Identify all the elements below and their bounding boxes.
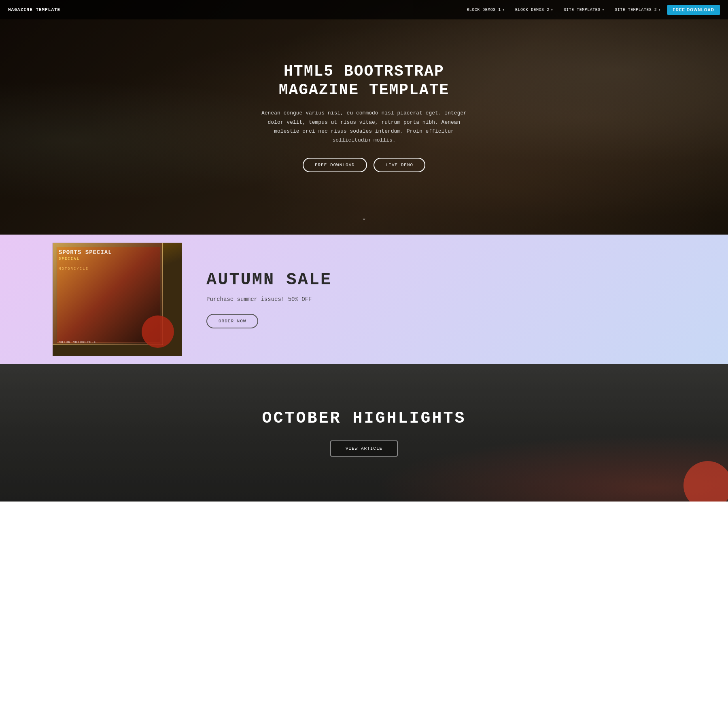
hero-title: HTML5 BOOTRSTRAP MAGAZINE TEMPLATE (259, 62, 469, 99)
hero-buttons: FREE DOWNLOAD LIVE DEMO (259, 158, 469, 172)
october-content: OCTOBER HIGHLIGHTS VIEW ARTICLE (254, 393, 474, 473)
hero-content: HTML5 BOOTRSTRAP MAGAZINE TEMPLATE Aenea… (251, 54, 478, 180)
scroll-down-icon[interactable]: ↓ (361, 212, 367, 222)
magazine-red-circle (142, 315, 174, 348)
october-highlights-section: OCTOBER HIGHLIGHTS VIEW ARTICLE (0, 364, 728, 502)
view-article-button[interactable]: VIEW ARTICLE (330, 440, 398, 457)
magazine-sub-text: MOTORCYCLE (59, 267, 89, 271)
autumn-sale-section: SPORTS SPECIAL SPECIAL MOTORCYCLE MOTOR … (0, 235, 728, 364)
order-now-button[interactable]: ORDER NOW (206, 314, 258, 328)
navbar-links: BLOCK DEMOS 1 ▾ BLOCK DEMOS 2 ▾ SITE TEM… (463, 5, 720, 15)
autumn-magazine-image: SPORTS SPECIAL SPECIAL MOTORCYCLE MOTOR … (53, 243, 182, 356)
nav-link-block-demos-1[interactable]: BLOCK DEMOS 1 ▾ (463, 5, 509, 15)
nav-link-site-templates-2[interactable]: SITE TEMPLATES 2 ▾ (611, 5, 664, 15)
magazine-title-text: SPORTS SPECIAL SPECIAL (59, 249, 112, 262)
nav-link-block-demos-2[interactable]: BLOCK DEMOS 2 ▾ (511, 5, 557, 15)
autumn-sale-title: AUTUMN SALE (206, 270, 704, 290)
hero-description: Aenean congue varius nisi, eu commodo ni… (259, 109, 469, 144)
chevron-down-icon: ▾ (551, 8, 553, 12)
magazine-bottom-label: MOTOR MOTORCYCLE (59, 340, 96, 344)
nav-free-download-button[interactable]: FREE DOWNLOAD (667, 5, 720, 15)
autumn-sale-subtitle: Purchase summer issues! 50% OFF (206, 296, 704, 303)
hero-live-demo-button[interactable]: LIVE DEMO (374, 158, 425, 172)
hero-free-download-button[interactable]: FREE DOWNLOAD (303, 158, 367, 172)
hero-section: HTML5 BOOTRSTRAP MAGAZINE TEMPLATE Aenea… (0, 0, 728, 235)
nav-link-site-templates-1[interactable]: SITE TEMPLATES ▾ (560, 5, 608, 15)
autumn-sale-content: AUTUMN SALE Purchase summer issues! 50% … (182, 235, 728, 364)
chevron-down-icon: ▾ (602, 8, 604, 12)
navbar-brand[interactable]: MAGAZINE TEMPLATE (8, 7, 60, 12)
navbar: MAGAZINE TEMPLATE BLOCK DEMOS 1 ▾ BLOCK … (0, 0, 728, 19)
october-title: OCTOBER HIGHLIGHTS (262, 409, 466, 427)
chevron-down-icon: ▾ (503, 8, 505, 12)
chevron-down-icon: ▾ (658, 8, 660, 12)
